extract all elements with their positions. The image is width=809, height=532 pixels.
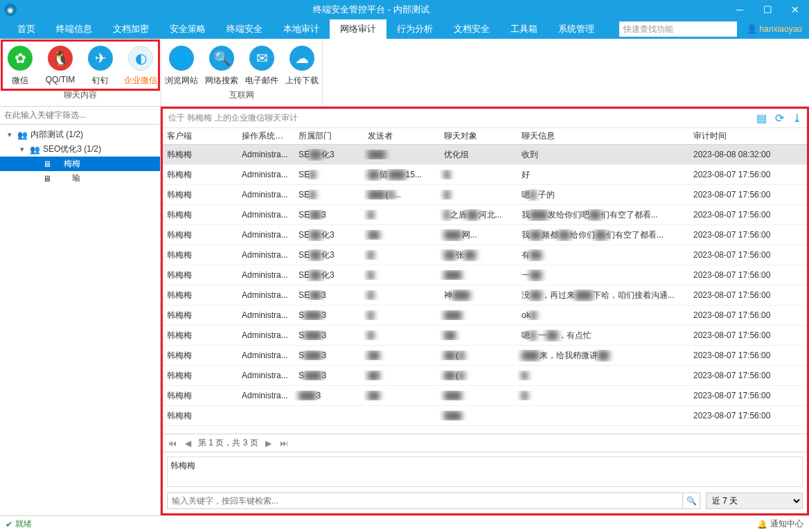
column-header-5[interactable]: 聊天信息: [517, 130, 689, 142]
ribbon-item-0-3[interactable]: ◐企业微信: [121, 39, 161, 87]
table-row[interactable]: 韩梅梅Administra...SE██化3████一██2023-08-07 …: [163, 265, 807, 285]
first-page-button[interactable]: ⏮: [167, 438, 178, 448]
column-header-2[interactable]: 所属部门: [294, 130, 364, 142]
table-row[interactable]: 韩梅梅Administra...S███3████(████来，给我稍微讲██2…: [163, 346, 807, 366]
ribbon-item-1-2[interactable]: ✉电子邮件: [242, 39, 282, 87]
refresh-icon[interactable]: ⟳: [775, 112, 784, 125]
table-row[interactable]: 韩梅梅Administra...SE██3█神███没██，再过来███下哈，咱…: [163, 285, 807, 305]
column-header-1[interactable]: 操作系统账户: [238, 130, 294, 142]
cell: 有██: [517, 249, 689, 261]
table-row[interactable]: 韩梅梅Administra...S███3████(██2023-08-07 1…: [163, 366, 807, 386]
table-row[interactable]: 韩梅梅Administra...SE██化3███张██有██2023-08-0…: [163, 245, 807, 265]
main-area: ▾👥内部测试 (1/2)▾👥SEO优化3 (1/2)🖥 梅梅🖥 瑜 位于 韩梅梅…: [0, 107, 809, 515]
ribbon-item-0-1[interactable]: 🐧QQ/TIM: [40, 39, 80, 87]
next-page-button[interactable]: ▶: [264, 438, 273, 448]
cell: 韩梅梅: [163, 209, 238, 221]
menu-item-3[interactable]: 安全策略: [159, 19, 216, 39]
tree-twisty[interactable]: ▾: [6, 130, 14, 139]
table-row[interactable]: 韩梅梅Administra...S███3███嗯█ 一██，有点忙2023-0…: [163, 326, 807, 346]
tree-filter-input[interactable]: [4, 107, 156, 123]
table-row[interactable]: 韩梅梅Administra...SE████(█...█嗯█ 子的2023-08…: [163, 185, 807, 205]
close-button[interactable]: ✕: [781, 0, 809, 19]
menu-item-9[interactable]: 工具箱: [500, 19, 548, 39]
column-header-3[interactable]: 发送者: [364, 130, 440, 142]
window-title: 终端安全管控平台 - 内部测试: [17, 3, 726, 16]
cell: █: [364, 310, 440, 320]
cell: 韩梅梅: [163, 330, 238, 342]
table-body: 韩梅梅Administra...SE██化3███优化组收到2023-08-08…: [163, 145, 807, 434]
detail-search-input[interactable]: [167, 493, 682, 509]
table-row[interactable]: 韩梅梅Administra...SE██3██之盾██河北...我███发给你们…: [163, 205, 807, 225]
menu-item-6[interactable]: 网络审计: [330, 19, 386, 39]
ribbon-label: 上传下载: [285, 75, 319, 87]
table-row[interactable]: 韩梅梅Administra...███3██████2023-08-07 17:…: [163, 386, 807, 406]
export-icon[interactable]: ⤓: [792, 112, 801, 125]
ribbon-icon: ✈: [88, 46, 113, 71]
tree-node-2[interactable]: 🖥 梅梅: [0, 157, 160, 171]
cell: ███: [440, 310, 517, 320]
cell: SE██3: [294, 290, 364, 300]
ribbon-item-0-0[interactable]: ✿微信: [0, 39, 40, 87]
time-filter-select[interactable]: 近 7 天: [706, 493, 803, 509]
ribbon-item-1-3[interactable]: ☁上传下载: [282, 39, 322, 87]
cell: █: [517, 371, 689, 380]
cell: ██: [364, 371, 440, 380]
cell: █: [364, 330, 440, 340]
cell: 2023-08-07 17:56:00: [689, 190, 807, 200]
menu-item-0[interactable]: 首页: [7, 19, 46, 39]
cell: 2023-08-07 17:56:00: [689, 330, 807, 340]
cell: █: [364, 210, 440, 220]
table-row[interactable]: 韩梅梅Administra...SE███留███15...█好2023-08-…: [163, 165, 807, 185]
menu-item-10[interactable]: 系统管理: [548, 19, 605, 39]
page-label: 第 1 页，共 3 页: [198, 437, 258, 449]
table-row[interactable]: 韩梅梅Administra...SE██化3█████网...我██频都██给你…: [163, 225, 807, 245]
tree-node-3[interactable]: 🖥 瑜: [0, 171, 160, 186]
detail-box: 韩梅梅: [167, 456, 803, 487]
cell: 韩梅梅: [163, 310, 238, 321]
cell: ██(█: [440, 351, 517, 360]
ribbon-item-1-0[interactable]: 🌐浏览网站: [161, 39, 202, 87]
cell: 韩梅梅: [163, 189, 238, 201]
cell: 韩梅梅: [163, 249, 238, 261]
ribbon-item-0-2[interactable]: ✈钉钉: [80, 39, 121, 87]
columns-icon[interactable]: ▤: [756, 112, 767, 125]
tree-node-0[interactable]: ▾👥内部测试 (1/2): [0, 127, 160, 142]
ribbon-item-1-1[interactable]: 🔍网络搜索: [202, 39, 242, 87]
cell: ███(█...: [364, 190, 440, 200]
minimize-button[interactable]: ─: [726, 0, 754, 19]
search-input[interactable]: 快速查找功能: [619, 21, 737, 37]
detail-search-button[interactable]: 🔍: [682, 493, 700, 509]
cell: SE█: [294, 190, 364, 200]
prev-page-button[interactable]: ◀: [184, 438, 193, 448]
cell: 韩梅梅: [163, 350, 238, 362]
menu-item-7[interactable]: 行为分析: [386, 19, 443, 39]
cell: 2023-08-07 17:56:00: [689, 351, 807, 360]
menu-item-2[interactable]: 文档加密: [103, 19, 159, 39]
cell: 优化组: [440, 149, 517, 161]
cell: Administra...: [238, 150, 294, 159]
menu-item-4[interactable]: 终端安全: [216, 19, 273, 39]
cell: ██留███15...: [364, 169, 440, 181]
cell: Administra...: [238, 170, 294, 179]
table-row[interactable]: 韩梅梅Administra...SE██化3███优化组收到2023-08-08…: [163, 145, 807, 165]
cell: 韩梅梅: [163, 169, 238, 181]
tree-filter[interactable]: [0, 107, 160, 125]
menu-item-5[interactable]: 本地审计: [273, 19, 330, 39]
tree-twisty[interactable]: ▾: [18, 145, 26, 154]
cell: 韩梅梅: [163, 290, 238, 301]
tree-node-1[interactable]: ▾👥SEO优化3 (1/2): [0, 142, 160, 157]
user-account[interactable]: 👤 hanxiaoyao: [740, 24, 809, 34]
maximize-button[interactable]: ☐: [754, 0, 781, 19]
table-row[interactable]: 韩梅梅███2023-08-07 17:56:00: [163, 406, 807, 426]
cell: 2023-08-07 17:56:00: [689, 411, 807, 420]
cell: █: [364, 290, 440, 300]
menu-item-1[interactable]: 终端信息: [46, 19, 103, 39]
table-row[interactable]: 韩梅梅Administra...S███3████ok█2023-08-07 1…: [163, 305, 807, 326]
column-header-6[interactable]: 审计时间: [689, 130, 807, 142]
notification-center[interactable]: 🔔 通知中心: [757, 518, 803, 530]
column-header-0[interactable]: 客户端: [163, 130, 238, 142]
menu-item-8[interactable]: 文档安全: [443, 19, 500, 39]
column-header-4[interactable]: 聊天对象: [440, 130, 517, 142]
last-page-button[interactable]: ⏭: [278, 438, 290, 448]
cell: █: [440, 190, 517, 200]
